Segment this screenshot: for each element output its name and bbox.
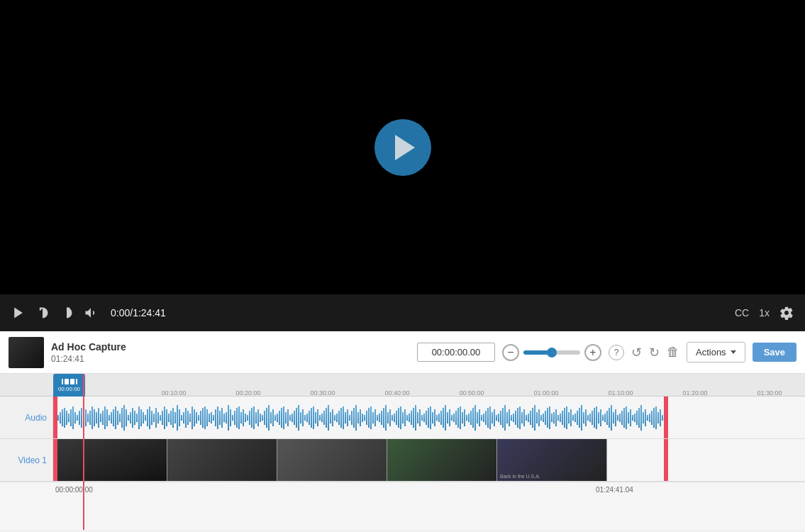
- svg-rect-16: [87, 414, 89, 422]
- trim-handle-right[interactable]: [664, 397, 668, 438]
- zoom-slider[interactable]: [523, 350, 580, 355]
- svg-rect-236: [555, 409, 557, 426]
- svg-rect-210: [500, 411, 501, 425]
- svg-rect-79: [221, 408, 223, 428]
- svg-rect-182: [440, 411, 442, 425]
- svg-rect-99: [264, 411, 265, 425]
- delete-button[interactable]: 🗑: [667, 345, 679, 360]
- settings-button[interactable]: [779, 306, 794, 320]
- svg-rect-7: [68, 414, 70, 422]
- svg-rect-45: [149, 406, 150, 429]
- svg-rect-233: [549, 406, 550, 429]
- svg-rect-65: [191, 406, 193, 429]
- svg-rect-13: [81, 408, 82, 428]
- svg-rect-162: [398, 408, 399, 428]
- svg-rect-124: [317, 409, 318, 426]
- actions-button[interactable]: Actions: [687, 342, 745, 362]
- svg-rect-176: [428, 408, 429, 428]
- undo-button[interactable]: ↺: [631, 345, 642, 360]
- svg-rect-116: [300, 412, 301, 423]
- help-button[interactable]: ?: [609, 345, 624, 360]
- svg-rect-206: [492, 412, 493, 423]
- svg-rect-77: [217, 406, 218, 429]
- svg-rect-40: [138, 406, 140, 429]
- play-ctrl-button[interactable]: [11, 306, 26, 320]
- playhead-time: 00:00:00: [58, 386, 80, 392]
- svg-rect-94: [253, 406, 255, 429]
- video-track-content[interactable]: Back in the U.S.A.: [53, 439, 805, 481]
- video-thumb-4: [387, 439, 497, 481]
- svg-rect-24: [104, 406, 106, 429]
- svg-rect-73: [209, 414, 210, 422]
- svg-rect-55: [170, 411, 172, 425]
- svg-rect-2: [57, 415, 59, 421]
- redo-button[interactable]: ↻: [649, 345, 660, 360]
- svg-rect-59: [179, 409, 180, 426]
- zoom-out-button[interactable]: −: [502, 344, 519, 361]
- svg-rect-202: [483, 414, 484, 422]
- svg-rect-261: [609, 408, 610, 428]
- zoom-in-button[interactable]: +: [584, 344, 601, 361]
- svg-rect-118: [304, 415, 306, 421]
- trim-handle-left[interactable]: [53, 397, 57, 438]
- cc-button[interactable]: CC: [735, 307, 749, 318]
- svg-rect-213: [506, 412, 508, 423]
- save-button[interactable]: Save: [753, 343, 796, 362]
- svg-rect-92: [249, 411, 250, 425]
- svg-rect-196: [470, 411, 472, 425]
- volume-button[interactable]: [84, 306, 98, 320]
- svg-rect-229: [540, 415, 542, 421]
- svg-rect-223: [528, 414, 529, 422]
- svg-rect-165: [404, 409, 406, 426]
- speed-button[interactable]: 1x: [759, 307, 770, 318]
- svg-rect-9: [72, 406, 74, 429]
- end-time-label: 01:24:41.04: [596, 486, 633, 494]
- svg-rect-119: [306, 414, 308, 422]
- svg-rect-285: [660, 409, 661, 426]
- timeline-area: 00:00:00 00:10:00 00:20:00 00:30:00 00:4…: [0, 374, 805, 530]
- svg-rect-222: [526, 415, 527, 421]
- svg-rect-87: [238, 406, 240, 429]
- svg-rect-107: [281, 408, 282, 428]
- svg-rect-254: [594, 408, 595, 428]
- svg-rect-178: [432, 412, 433, 423]
- video-trim-handle-left[interactable]: [53, 439, 57, 481]
- svg-rect-37: [132, 408, 133, 428]
- rewind-button[interactable]: [35, 306, 50, 320]
- svg-rect-209: [498, 414, 499, 422]
- svg-rect-269: [626, 406, 627, 429]
- svg-rect-36: [130, 412, 131, 423]
- svg-rect-74: [211, 412, 212, 423]
- svg-rect-201: [481, 415, 482, 421]
- svg-rect-214: [509, 409, 510, 426]
- svg-rect-81: [226, 412, 227, 423]
- video-thumb-5: Back in the U.S.A.: [497, 439, 607, 481]
- svg-rect-47: [153, 414, 155, 422]
- svg-rect-121: [311, 408, 312, 428]
- svg-rect-11: [77, 415, 78, 421]
- svg-rect-154: [381, 411, 382, 425]
- svg-rect-53: [166, 409, 167, 426]
- svg-rect-200: [479, 409, 480, 426]
- svg-rect-66: [194, 409, 195, 426]
- svg-rect-277: [643, 412, 644, 423]
- svg-rect-249: [583, 412, 584, 423]
- svg-rect-250: [585, 409, 587, 426]
- audio-track-content[interactable]: [53, 397, 805, 438]
- forward-button[interactable]: [60, 306, 74, 320]
- svg-rect-264: [615, 409, 616, 426]
- svg-rect-187: [451, 415, 453, 421]
- svg-rect-72: [206, 409, 208, 426]
- svg-rect-175: [426, 411, 427, 425]
- play-button[interactable]: [374, 119, 431, 176]
- svg-rect-102: [270, 412, 272, 423]
- svg-rect-159: [392, 415, 393, 421]
- svg-rect-151: [374, 409, 376, 426]
- video-trim-handle-right[interactable]: [664, 439, 668, 481]
- svg-rect-195: [468, 414, 470, 422]
- svg-rect-156: [385, 405, 387, 431]
- time-input[interactable]: [417, 343, 495, 362]
- svg-rect-71: [204, 406, 206, 429]
- svg-rect-3: [60, 412, 61, 423]
- svg-rect-268: [623, 408, 625, 428]
